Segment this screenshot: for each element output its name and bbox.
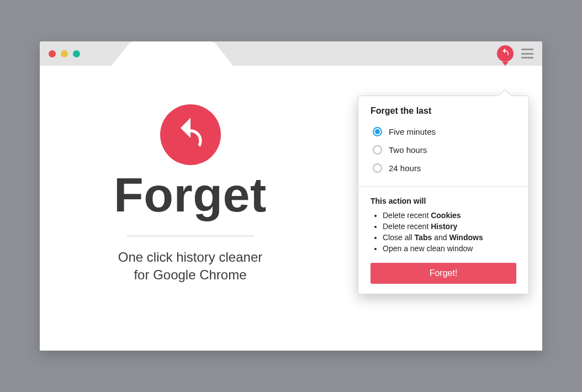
forget-button[interactable]: Forget! <box>371 263 516 284</box>
radio-icon <box>373 145 382 155</box>
app-subtitle: One click history cleaner for Google Chr… <box>40 248 341 284</box>
action-heading: This action will <box>371 197 516 205</box>
app-logo <box>160 104 221 165</box>
radio-option-five-minutes[interactable]: Five minutes <box>371 124 516 140</box>
list-item: Close all Tabs and Windows <box>383 232 516 243</box>
hamburger-menu-icon[interactable] <box>521 49 533 59</box>
popup-heading: Forget the last <box>371 106 516 116</box>
window-controls <box>49 50 80 57</box>
page-content: Forget One click history cleaner for Goo… <box>40 66 542 351</box>
radio-icon <box>373 127 382 136</box>
time-range-radio-group: Five minutes Two hours 24 hours <box>371 124 516 176</box>
close-window-button[interactable] <box>49 50 56 57</box>
browser-window: Forget One click history cleaner for Goo… <box>40 41 542 351</box>
forget-extension-button[interactable] <box>497 45 514 62</box>
action-summary-section: This action will Delete recent Cookies D… <box>358 186 528 294</box>
action-list: Delete recent Cookies Delete recent Hist… <box>371 210 516 254</box>
browser-tab[interactable] <box>112 41 233 66</box>
radio-label: 24 hours <box>389 163 421 173</box>
radio-label: Two hours <box>389 145 427 155</box>
app-title: Forget <box>40 171 341 219</box>
radio-icon <box>373 163 382 173</box>
hero: Forget One click history cleaner for Goo… <box>40 104 341 284</box>
minimize-window-button[interactable] <box>61 50 68 57</box>
undo-arrow-icon <box>500 47 510 60</box>
undo-arrow-icon <box>173 116 208 153</box>
list-item: Delete recent Cookies <box>383 210 516 221</box>
extension-popup: Forget the last Five minutes Two hours 2… <box>358 96 529 294</box>
maximize-window-button[interactable] <box>73 50 80 57</box>
radio-option-24-hours[interactable]: 24 hours <box>371 160 516 176</box>
list-item: Delete recent History <box>383 221 516 232</box>
time-range-section: Forget the last Five minutes Two hours 2… <box>358 96 528 186</box>
browser-topbar <box>40 41 542 66</box>
radio-option-two-hours[interactable]: Two hours <box>371 142 516 158</box>
radio-label: Five minutes <box>389 127 436 136</box>
list-item: Open a new clean window <box>383 243 516 254</box>
divider <box>127 236 254 236</box>
